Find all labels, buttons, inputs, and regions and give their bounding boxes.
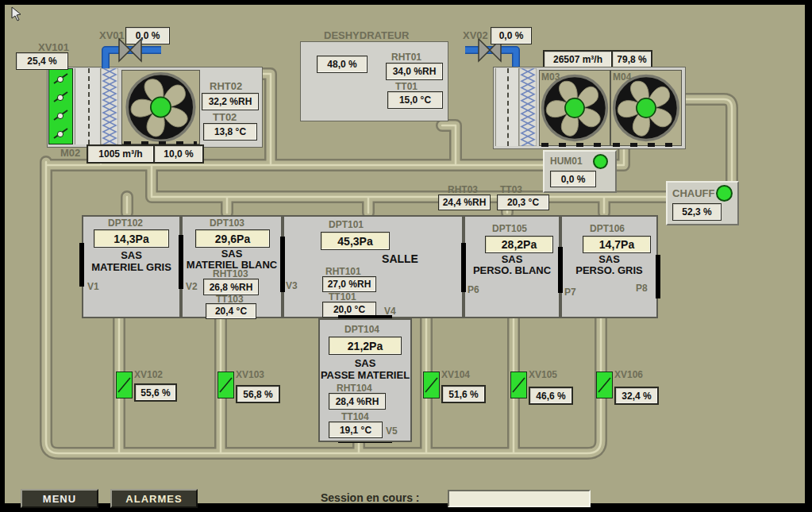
v1-damper-label: V1 (87, 281, 99, 292)
dpt104-value: 21,2Pa (329, 337, 402, 355)
session-label: Session en cours : (321, 491, 419, 504)
room1-name-line2: MATERIEL GRIS (82, 261, 181, 273)
menu-button[interactable]: MENU (21, 489, 98, 508)
hmi-window: XV101 25,4 % XV01 0,0 % RHT02 32,2 %RH T… (0, 0, 812, 512)
dpt102-label: DPT102 (108, 218, 143, 229)
xv104-value: 51,6 % (441, 385, 486, 403)
session-input[interactable] (448, 490, 591, 507)
room4-name-line2: PERSO. BLANC (464, 264, 560, 276)
p8-damper-label: P8 (636, 283, 648, 294)
dpt102-value: 14,3Pa (94, 229, 169, 248)
heater-box[interactable]: CHAUFF 52,3 % (666, 181, 739, 225)
alarms-button[interactable]: ALARMES (110, 489, 198, 508)
tt101-label: TT101 (329, 291, 356, 302)
xv106-label: XV106 (614, 369, 643, 380)
xv01-valve-icon (119, 39, 141, 61)
chauff-status-led (716, 185, 733, 202)
xv102-value: 55,6 % (134, 383, 177, 402)
fan-m04-feet (613, 143, 678, 147)
m04-label: M04 (613, 71, 631, 83)
fan-m03-icon (541, 73, 609, 143)
door-marker (656, 255, 660, 298)
door-marker (179, 235, 183, 289)
chauff-label: CHAUFF (672, 187, 714, 199)
p6-damper-label: P6 (468, 284, 479, 295)
room5-name-line1: SAS (560, 253, 658, 265)
pass-room-name-line1: SAS (318, 357, 412, 369)
fan-m03-feet (541, 143, 606, 147)
v5-damper-label: V5 (386, 425, 398, 437)
dpt104-label: DPT104 (344, 324, 379, 335)
xv105-label: XV105 (529, 369, 557, 380)
dpt103-label: DPT103 (210, 218, 244, 229)
dpt106-value: 14,7Pa (583, 236, 651, 253)
dpt103-value: 29,6Pa (195, 229, 270, 248)
v2-damper-label: V2 (186, 281, 198, 292)
rht101-label: RHT101 (325, 266, 361, 277)
v3-damper-label: V3 (286, 280, 298, 291)
room2-name-line1: SAS (181, 248, 283, 260)
room5-name-line2: PERSO. GRIS (560, 264, 658, 276)
ahu-right-plenum (495, 68, 519, 146)
humidifier-box[interactable]: HUM01 0,0 % (543, 150, 617, 193)
fan-m04-icon (612, 73, 680, 143)
door-marker (461, 243, 466, 292)
dpt105-value: 28,2Pa (485, 236, 553, 253)
xv103-value: 56,8 % (236, 385, 280, 403)
xv103-label: XV103 (236, 369, 264, 380)
room3-name: SALLE (368, 252, 432, 265)
rht104-label: RHT104 (337, 383, 372, 394)
rht03-label: RHT03 (448, 184, 478, 195)
xv106-valve-icon[interactable] (596, 371, 613, 398)
room4-name-line1: SAS (464, 253, 560, 265)
tt03-value: 20,3 °C (497, 194, 549, 210)
xv106-value: 32,4 % (614, 387, 659, 405)
hum01-label: HUM01 (550, 156, 583, 167)
filter-section-right (519, 68, 537, 146)
dpt106-label: DPT106 (590, 223, 625, 234)
hum01-status-led (593, 154, 608, 169)
rht103-label: RHT103 (213, 268, 248, 279)
room1-name-line1: SAS (82, 249, 181, 261)
rht101-value: 27,0 %RH (322, 276, 376, 292)
door-marker (79, 243, 84, 287)
rht03-value: 24,4 %RH (438, 194, 491, 210)
hmi-screen: XV101 25,4 % XV01 0,0 % RHT02 32,2 %RH T… (5, 5, 805, 503)
door-marker (558, 247, 563, 293)
xv103-valve-icon[interactable] (217, 371, 234, 398)
pass-room-name-line2: PASSE MATERIEL (318, 369, 412, 381)
hum01-value: 0,0 % (550, 171, 596, 187)
tt03-label: TT03 (500, 184, 522, 195)
rht103-value: 26,8 %RH (203, 279, 259, 295)
xv02-value: 0,0 % (491, 27, 532, 44)
dpt105-label: DPT105 (492, 223, 527, 234)
p7-damper-label: P7 (564, 287, 576, 298)
xv104-valve-icon[interactable] (423, 371, 440, 398)
m03-label: M03 (541, 71, 560, 83)
xv102-label: XV102 (134, 369, 163, 380)
mouse-cursor (11, 6, 22, 22)
xv02-label: XV02 (463, 29, 488, 41)
xv104-label: XV104 (441, 369, 470, 380)
tt104-label: TT104 (341, 411, 369, 422)
tt104-value: 19,1 °C (329, 422, 383, 438)
tt103-value: 20,4 °C (206, 303, 256, 319)
chauff-value: 52,3 % (672, 203, 722, 221)
dpt101-label: DPT101 (329, 219, 364, 230)
rht104-value: 28,4 %RH (329, 393, 386, 410)
xv105-value: 46,6 % (529, 387, 573, 405)
xv105-valve-icon[interactable] (510, 371, 527, 398)
door-marker (280, 237, 285, 292)
dpt101-value: 45,3Pa (321, 232, 390, 250)
xv102-valve-icon[interactable] (116, 371, 133, 398)
